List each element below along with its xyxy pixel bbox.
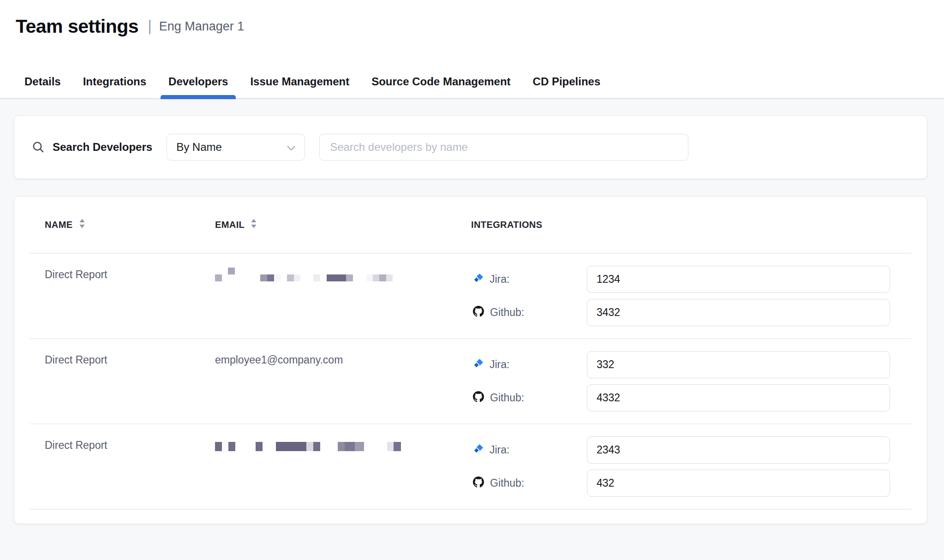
github-field: Github: — [471, 299, 890, 326]
jira-id-input[interactable] — [587, 351, 890, 378]
column-header-integrations: INTEGRATIONS — [471, 220, 912, 230]
search-icon — [32, 141, 45, 154]
github-icon — [473, 306, 484, 320]
search-input[interactable] — [319, 134, 688, 161]
redacted-email-mosaic — [215, 438, 471, 454]
jira-icon — [473, 358, 484, 371]
tab-issue-management[interactable]: Issue Management — [242, 65, 357, 98]
tab-source-code-management[interactable]: Source Code Management — [364, 65, 518, 98]
sort-icon — [251, 218, 257, 231]
integrations-cell: Jira: Github: — [471, 351, 912, 411]
github-icon — [473, 391, 484, 405]
filter-selected-value: By Name — [176, 141, 222, 154]
github-label: Github: — [490, 392, 524, 404]
table-body: Direct Report Jira: — [14, 253, 927, 510]
page-header: Team settings | Eng Manager 1 — [0, 0, 944, 65]
developers-table: NAME EMAIL INTEGRATIONS Direct Report — [14, 196, 927, 524]
page-body: Search Developers By Name NAME EMAIL — [0, 99, 944, 524]
jira-icon — [473, 273, 484, 286]
github-field: Github: — [471, 470, 890, 497]
title-row: Team settings | Eng Manager 1 — [16, 16, 944, 37]
github-id-input[interactable] — [587, 470, 890, 497]
jira-id-input[interactable] — [587, 266, 890, 293]
search-filter-select[interactable]: By Name — [167, 134, 305, 161]
column-header-email[interactable]: EMAIL — [215, 218, 471, 231]
integrations-cell: Jira: Github: — [471, 266, 912, 326]
team-name-subtitle: Eng Manager 1 — [159, 19, 245, 34]
table-header-row: NAME EMAIL INTEGRATIONS — [14, 197, 927, 253]
jira-label: Jira: — [490, 273, 509, 286]
tab-cd-pipelines[interactable]: CD Pipelines — [525, 65, 609, 98]
page-title: Team settings — [16, 16, 138, 37]
developer-email — [215, 266, 471, 326]
title-separator: | — [148, 17, 152, 35]
sort-icon — [79, 218, 85, 231]
jira-label: Jira: — [490, 444, 509, 456]
tab-developers[interactable]: Developers — [161, 65, 236, 98]
github-id-input[interactable] — [587, 299, 890, 326]
developer-name: Direct Report — [45, 436, 215, 497]
github-icon — [473, 477, 484, 490]
jira-field: Jira: — [471, 351, 890, 378]
jira-label: Jira: — [490, 358, 509, 371]
developer-email — [215, 436, 471, 497]
github-field: Github: — [471, 384, 890, 411]
table-row: Direct Report employee1@company.com Jira… — [14, 339, 927, 423]
chevron-down-icon — [287, 141, 295, 154]
search-card: Search Developers By Name — [14, 115, 927, 179]
jira-icon — [473, 443, 484, 457]
tab-bar: Details Integrations Developers Issue Ma… — [0, 65, 944, 99]
jira-id-input[interactable] — [587, 436, 890, 464]
developer-email: employee1@company.com — [215, 351, 471, 411]
row-divider — [30, 509, 912, 510]
developer-name: Direct Report — [45, 351, 215, 411]
developer-name: Direct Report — [45, 266, 215, 326]
table-row: Direct Report Jira: — [14, 424, 927, 509]
github-label: Github: — [490, 306, 524, 319]
github-id-input[interactable] — [587, 384, 890, 411]
github-label: Github: — [490, 477, 524, 489]
search-developers-label: Search Developers — [53, 141, 152, 154]
jira-field: Jira: — [471, 266, 890, 293]
integrations-cell: Jira: Github: — [471, 436, 912, 497]
table-row: Direct Report Jira: — [14, 254, 927, 338]
column-header-name[interactable]: NAME — [45, 218, 215, 231]
jira-field: Jira: — [471, 436, 890, 464]
tab-details[interactable]: Details — [17, 65, 69, 98]
redacted-email-mosaic — [215, 268, 471, 283]
tab-integrations[interactable]: Integrations — [75, 65, 154, 98]
